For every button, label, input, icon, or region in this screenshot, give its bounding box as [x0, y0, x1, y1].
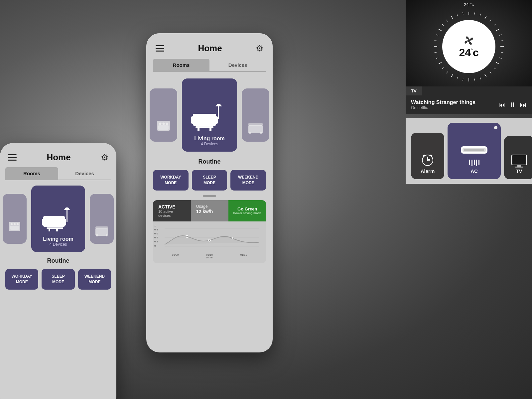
left-tab-rooms[interactable]: Rooms — [5, 167, 58, 180]
svg-rect-10 — [64, 219, 66, 225]
bedroom-icon — [93, 222, 110, 238]
energy-usage-value: 12 kw/h — [196, 209, 223, 214]
ac-device-card[interactable]: AC — [448, 123, 501, 179]
main-livingroom-devices: 4 Devices — [201, 142, 218, 146]
svg-line-58 — [499, 58, 502, 59]
left-routine-title: Routine — [5, 257, 111, 264]
left-weekend-btn[interactable]: WEEKENDMODE — [78, 269, 111, 290]
svg-rect-35 — [260, 132, 262, 134]
left-phone: Home ⚙ Rooms Devices — [0, 143, 116, 399]
main-livingroom-card[interactable]: Living room 4 Devices — [182, 78, 237, 152]
left-workday-btn[interactable]: WORKDAYMODE — [5, 269, 38, 290]
kitchen-icon — [6, 219, 23, 236]
tv-tab-label: TV — [406, 86, 422, 95]
go-green-sub: Power saving mode — [233, 211, 261, 215]
svg-rect-92 — [513, 156, 526, 164]
svg-rect-12 — [49, 229, 50, 231]
alarm-device-card[interactable]: Alarm — [411, 133, 444, 179]
main-sofa-icon — [190, 104, 229, 133]
main-kitchen-card[interactable] — [150, 88, 177, 142]
main-livingroom-name: Living room — [194, 136, 225, 142]
energy-active-devices: 10 active devices — [158, 209, 186, 217]
svg-rect-25 — [193, 114, 216, 120]
go-green-button[interactable]: Go Green Power saving mode — [228, 200, 266, 221]
svg-rect-29 — [196, 126, 213, 128]
chart-x-labels: 01/09 01/10 01/11 — [158, 253, 261, 256]
left-tab-bar: Rooms Devices — [5, 167, 111, 180]
tv-device-card[interactable]: TV — [504, 136, 532, 179]
main-tab-devices[interactable]: Devices — [209, 59, 266, 71]
svg-point-41 — [186, 235, 188, 237]
energy-active-section: ACTIVE 10 active devices — [153, 200, 191, 221]
energy-chart: 10.80.60.40.20 01/09 01/10 01/11 — [153, 221, 266, 263]
svg-line-52 — [494, 24, 495, 26]
main-sleep-btn[interactable]: SLEEPMODE — [192, 170, 227, 191]
svg-point-43 — [231, 237, 233, 239]
svg-line-44 — [452, 16, 453, 19]
thermostat-outer[interactable]: 24 °c — [432, 10, 505, 83]
svg-rect-5 — [66, 210, 67, 222]
svg-rect-8 — [43, 221, 65, 227]
thermo-unit: c — [473, 47, 479, 59]
main-weekend-btn[interactable]: WEEKENDMODE — [230, 170, 266, 191]
thermostat-top-label: 24 °c — [464, 2, 474, 7]
hamburger-menu-icon[interactable] — [8, 154, 17, 161]
tv-device-icon — [510, 153, 528, 168]
svg-rect-19 — [158, 125, 169, 130]
thermostat-face: 24 ° c — [442, 20, 495, 73]
main-rooms-carousel: Living room 4 Devices — [146, 72, 273, 158]
main-routine-title: Routine — [153, 158, 266, 165]
svg-line-76 — [447, 71, 448, 73]
left-bedroom-card[interactable] — [90, 194, 114, 244]
chart-y-labels: 10.80.60.40.20 — [154, 224, 158, 247]
svg-line-64 — [474, 79, 475, 81]
left-routine-buttons: WORKDAYMODE SLEEPMODE WEEKENDMODE — [5, 269, 111, 290]
svg-point-21 — [163, 123, 165, 125]
main-gear-icon[interactable]: ⚙ — [256, 43, 263, 54]
svg-rect-16 — [96, 234, 98, 236]
chart-svg — [158, 225, 261, 251]
tv-controls: ⏮ ⏸ ⏭ — [499, 101, 527, 109]
main-routine-section: Routine WORKDAYMODE SLEEPMODE WEEKENDMOD… — [146, 158, 273, 191]
tv-pause-button[interactable]: ⏸ — [509, 101, 516, 109]
thermo-temp-value: 24 — [459, 47, 471, 59]
left-rooms-carousel: Living room 4 Devices — [0, 180, 116, 257]
tv-prev-button[interactable]: ⏮ — [499, 101, 505, 109]
chart-date-2: 01/10 — [206, 253, 213, 256]
svg-line-60 — [494, 67, 495, 69]
fan-icon — [463, 35, 475, 47]
left-livingroom-card[interactable]: Living room 4 Devices — [31, 186, 85, 252]
ac-device-name: AC — [470, 168, 478, 174]
left-sleep-btn[interactable]: SLEEPMODE — [42, 269, 74, 290]
left-routine-section: Routine WORKDAYMODE SLEEPMODE WEEKENDMOD… — [0, 257, 116, 290]
main-workday-btn[interactable]: WORKDAYMODE — [153, 170, 189, 191]
left-tab-devices[interactable]: Devices — [58, 167, 111, 180]
svg-line-75 — [442, 67, 444, 69]
main-bedroom-icon — [246, 118, 265, 136]
main-tab-rooms[interactable]: Rooms — [153, 59, 209, 71]
svg-rect-11 — [47, 227, 63, 229]
main-bedroom-card[interactable] — [242, 88, 269, 142]
tv-platform: On netflix — [411, 105, 493, 110]
thermostat-temperature: 24 ° c — [459, 47, 479, 59]
main-routine-buttons: WORKDAYMODE SLEEPMODE WEEKENDMODE — [153, 170, 266, 191]
svg-rect-13 — [56, 229, 58, 231]
left-gear-icon[interactable]: ⚙ — [101, 152, 108, 163]
tv-next-button[interactable]: ⏭ — [520, 101, 527, 109]
ac-unit-icon — [459, 145, 489, 160]
svg-line-57 — [501, 52, 503, 53]
svg-rect-1 — [10, 226, 19, 230]
svg-line-66 — [447, 20, 448, 22]
main-hamburger-icon[interactable] — [156, 45, 164, 52]
svg-line-53 — [496, 29, 499, 31]
ac-waves — [469, 160, 479, 166]
left-kitchen-card[interactable] — [3, 194, 27, 244]
tv-device-name: TV — [516, 168, 522, 174]
main-tab-bar: Rooms Devices — [153, 59, 266, 72]
main-phone-header: Home ⚙ — [146, 33, 273, 59]
svg-rect-23 — [218, 106, 219, 119]
svg-point-4 — [17, 223, 19, 225]
left-livingroom-devices: 4 Devices — [50, 242, 67, 247]
svg-line-51 — [490, 20, 491, 22]
ac-status-dot — [494, 126, 497, 129]
